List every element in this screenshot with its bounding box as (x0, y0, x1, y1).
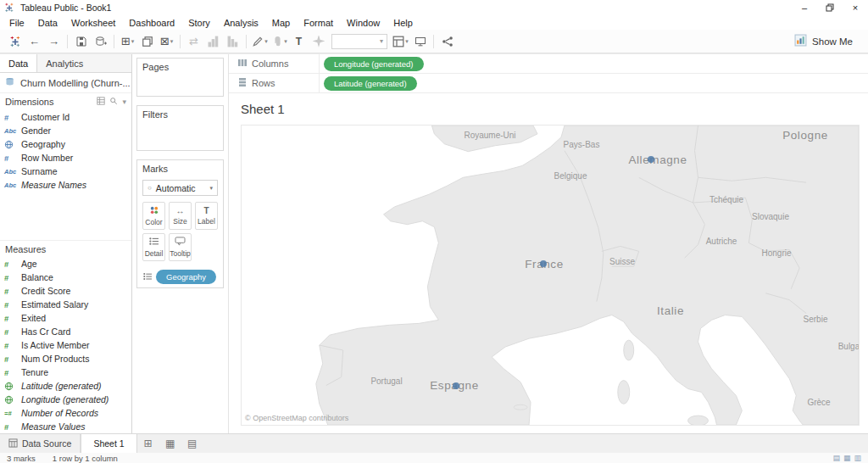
longitude-pill[interactable]: Longitude (generated) (324, 57, 424, 71)
sort-ascending-button[interactable] (203, 32, 223, 51)
field-num-of-products[interactable]: #Num Of Products (0, 352, 131, 365)
menu-help[interactable]: Help (387, 18, 420, 28)
new-worksheet-button[interactable]: ⊞▾ (118, 32, 137, 51)
toolbar-separator (433, 35, 434, 48)
pages-card[interactable]: Pages (136, 58, 224, 97)
field-geography[interactable]: Geography (0, 137, 131, 151)
tab-sheet-1[interactable]: Sheet 1 (81, 434, 136, 453)
field-label: Number of Records (21, 408, 98, 418)
mark-button-label: Color (145, 218, 162, 226)
number-field-icon: # (4, 113, 21, 122)
geography-pill[interactable]: Geography (156, 270, 216, 284)
tab-analytics[interactable]: Analytics (37, 54, 92, 72)
field-customer-id[interactable]: #Customer Id (0, 110, 131, 124)
map-mark[interactable] (453, 382, 459, 389)
menu-file[interactable]: File (3, 18, 31, 28)
field-label: Balance (21, 272, 53, 282)
field-measure-values[interactable]: #Measure Values (0, 420, 131, 433)
presentation-mode-button[interactable] (410, 32, 430, 51)
view-data-grid-icon[interactable] (97, 97, 105, 107)
field-exited[interactable]: #Exited (0, 311, 131, 325)
map-mark[interactable] (648, 156, 654, 163)
number-field-icon: # (4, 314, 21, 323)
menu-analysis[interactable]: Analysis (217, 18, 265, 28)
map-mark[interactable] (540, 260, 547, 267)
swap-axes-button[interactable]: ⇄ (184, 32, 203, 51)
menu-format[interactable]: Format (297, 18, 340, 28)
field-credit-score[interactable]: #Credit Score (0, 284, 131, 298)
field-measure-names[interactable]: AbcMeasure Names (0, 178, 131, 192)
menu-dashboard[interactable]: Dashboard (122, 18, 181, 28)
menu-window[interactable]: Window (340, 18, 387, 28)
tab-data[interactable]: Data (0, 54, 37, 72)
show-hide-cards-button[interactable]: ▾ (391, 32, 410, 51)
highlight-button[interactable]: ▾ (250, 32, 270, 51)
show-status-icon[interactable]: ▤ (832, 454, 840, 462)
mark-type-caret-icon: ▾ (209, 185, 213, 192)
number-field-icon: # (4, 273, 21, 282)
group-members-button[interactable]: ▾ (270, 32, 289, 51)
show-me-icon (794, 34, 807, 48)
grid-status-icon[interactable]: ▦ (843, 454, 851, 462)
detail-button[interactable]: Detail (142, 233, 165, 261)
menu-worksheet[interactable]: Worksheet (64, 18, 122, 28)
fix-axes-button[interactable] (309, 32, 328, 51)
undo-button[interactable]: ← (25, 32, 44, 51)
new-dashboard-tab-button[interactable]: ▦ (159, 434, 181, 453)
map-country-label: Suisse (609, 257, 635, 266)
field-age[interactable]: #Age (0, 257, 131, 271)
detail-icon (148, 237, 159, 248)
duplicate-button[interactable] (137, 32, 157, 51)
redo-button[interactable]: → (44, 32, 64, 51)
toolbar-separator (114, 35, 114, 48)
label-button[interactable]: TLabel (195, 202, 218, 230)
filters-card-label: Filters (142, 109, 218, 120)
new-story-tab-button[interactable]: ▤ (181, 434, 203, 453)
show-me-button[interactable]: Show Me (784, 34, 863, 48)
mark-type-dropdown[interactable]: ○ Automatic ▾ (142, 180, 218, 196)
menu-data[interactable]: Data (31, 18, 64, 28)
clear-sheet-button[interactable]: ⊠▾ (157, 32, 176, 51)
field-estimated-salary[interactable]: #Estimated Salary (0, 298, 131, 311)
data-source-item[interactable]: Churn Modelling (Churn-... (0, 73, 131, 93)
restore-button[interactable] (817, 0, 843, 15)
menu-story[interactable]: Story (181, 18, 217, 28)
show-mark-labels-button[interactable]: T (289, 32, 309, 51)
panel-status-icon[interactable]: ▥ (854, 454, 861, 462)
search-icon[interactable] (109, 97, 118, 107)
columns-shelf[interactable]: Columns Longitude (generated) (229, 54, 868, 74)
field-number-of-records[interactable]: =#Number of Records (0, 406, 131, 420)
tab-data-source[interactable]: Data Source (0, 434, 81, 453)
close-button[interactable]: × (843, 0, 868, 15)
sort-descending-button[interactable] (223, 32, 242, 51)
tooltip-button[interactable]: Tooltip (169, 233, 192, 261)
field-latitude-generated[interactable]: Latitude (generated) (0, 379, 131, 393)
fit-dropdown[interactable]: ▾ (331, 34, 387, 49)
field-has-cr-card[interactable]: #Has Cr Card (0, 325, 131, 338)
menu-map[interactable]: Map (265, 18, 297, 28)
field-longitude-generated[interactable]: Longitude (generated) (0, 393, 131, 406)
map-view[interactable]: © OpenStreetMap contributors Royaume-Uni… (241, 125, 860, 426)
columns-icon (237, 58, 248, 70)
detail-shelf-icon (142, 272, 153, 282)
color-button[interactable]: Color (142, 202, 165, 230)
workspace: Data Analytics Churn Modelling (Churn-..… (0, 53, 868, 433)
save-button[interactable] (71, 32, 91, 51)
size-button[interactable]: ↔Size (169, 202, 192, 230)
new-data-source-button[interactable] (91, 32, 110, 51)
share-button[interactable] (437, 32, 457, 51)
field-row-number[interactable]: #Row Number (0, 151, 131, 165)
field-is-active-member[interactable]: #Is Active Member (0, 338, 131, 352)
dimensions-menu-caret-icon[interactable]: ▾ (122, 98, 126, 106)
rows-shelf[interactable]: Rows Latitude (generated) (229, 74, 868, 93)
filters-card[interactable]: Filters (136, 105, 224, 151)
field-tenure[interactable]: #Tenure (0, 365, 131, 379)
minimize-button[interactable]: – (792, 0, 817, 15)
latitude-pill[interactable]: Latitude (generated) (324, 76, 417, 91)
field-surname[interactable]: AbcSurname (0, 165, 131, 178)
number-field-icon: # (4, 422, 21, 432)
field-balance[interactable]: #Balance (0, 271, 131, 284)
map-attribution: © OpenStreetMap contributors (245, 414, 348, 422)
new-worksheet-tab-button[interactable]: ⊞ (137, 434, 159, 453)
field-gender[interactable]: AbcGender (0, 124, 131, 137)
